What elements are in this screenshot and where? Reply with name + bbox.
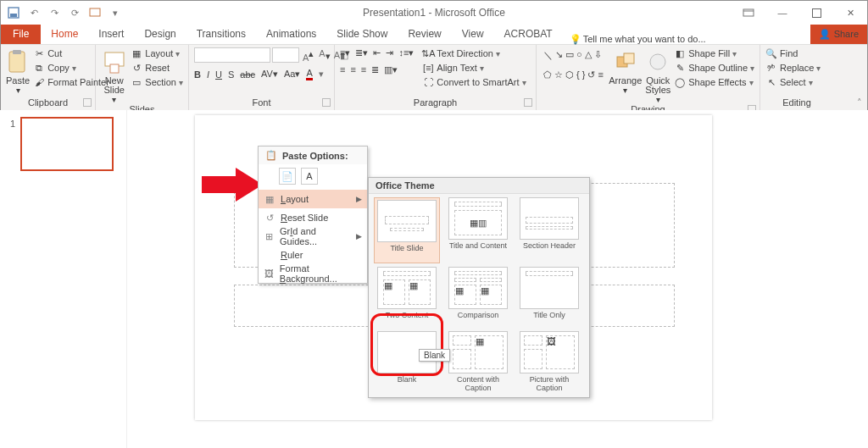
- case-icon[interactable]: Aa▾: [284, 69, 300, 80]
- layout-option-two[interactable]: ▦▦Two Content: [374, 267, 440, 328]
- layout-option-pwc[interactable]: 🖼Picture with Caption: [516, 331, 582, 392]
- underline-icon[interactable]: U: [215, 69, 222, 80]
- shape-fill-button[interactable]: ◧Shape Fill ▾: [674, 47, 754, 59]
- minimize-icon[interactable]: —: [765, 1, 799, 25]
- shapes-gallery[interactable]: ＼ ↘ ▭ ○ △ ⇩⬠☆⬡ { }↺≡: [542, 47, 605, 86]
- paste-text-icon[interactable]: A: [301, 168, 318, 185]
- spacing-icon[interactable]: AV▾: [261, 69, 278, 80]
- tab-slideshow[interactable]: Slide Show: [326, 24, 398, 44]
- font-color-icon[interactable]: A: [306, 68, 312, 80]
- tab-acrobat[interactable]: ACROBAT: [494, 24, 563, 44]
- new-slide-button[interactable]: New Slide ▾: [101, 47, 127, 104]
- italic-icon[interactable]: I: [207, 69, 209, 80]
- layout-option-shdr[interactable]: Section Header: [516, 197, 582, 263]
- justify-icon[interactable]: ≣: [371, 64, 379, 75]
- group-label-editing: Editing: [782, 97, 811, 108]
- layout-option-tonly[interactable]: Title Only: [516, 267, 582, 328]
- menu-reset-slide[interactable]: ↺ Reset Slide: [259, 208, 367, 227]
- menu-format-background[interactable]: 🖼 Format Background...: [259, 264, 367, 283]
- shape-effects-button[interactable]: ◯Shape Effects ▾: [674, 76, 754, 88]
- layout-option-tslide[interactable]: Title Slide: [374, 197, 440, 263]
- group-font: A▴ A▾ A◧ B I U S abc AV▾ Aa▾ A▾ Font: [189, 45, 335, 110]
- tab-animations[interactable]: Animations: [256, 24, 326, 44]
- text-direction-icon: ⇅A: [422, 47, 434, 59]
- touch-toggle-icon[interactable]: ▾: [109, 7, 121, 19]
- tell-me[interactable]: 💡Tell me what you want to do...: [570, 34, 706, 44]
- numbering-icon[interactable]: ≣▾: [355, 47, 368, 58]
- tab-home[interactable]: Home: [41, 24, 88, 44]
- grow-font-icon[interactable]: A▴: [301, 48, 315, 63]
- tab-file[interactable]: File: [1, 24, 41, 44]
- save-icon[interactable]: [8, 7, 19, 19]
- oval-shape-icon[interactable]: ○: [576, 49, 582, 67]
- bold-icon[interactable]: B: [194, 69, 201, 80]
- layout-option-tcontent[interactable]: ▦▥Title and Content: [445, 197, 511, 263]
- select-button[interactable]: ↖Select ▾: [765, 76, 821, 88]
- arrow-shape-icon[interactable]: ↘: [555, 49, 563, 67]
- menu-ruler[interactable]: Ruler: [259, 246, 367, 264]
- slide-panel[interactable]: 1: [0, 110, 127, 448]
- find-button[interactable]: 🔍Find: [765, 47, 821, 59]
- maximize-icon[interactable]: [799, 1, 833, 25]
- replace-button[interactable]: ᵃ⁄ᵇReplace ▾: [765, 62, 821, 74]
- lightbulb-icon: 💡: [570, 34, 580, 44]
- columns-icon[interactable]: ▥▾: [384, 64, 398, 75]
- layout-button[interactable]: ▦Layout ▾: [131, 47, 183, 59]
- line-spacing-icon[interactable]: ↕≡▾: [398, 47, 414, 58]
- increase-indent-icon[interactable]: ⇥: [386, 47, 393, 58]
- menu-layout[interactable]: ▦ Layout ▶: [259, 190, 367, 208]
- from-beginning-icon[interactable]: [89, 7, 101, 19]
- svg-rect-7: [13, 50, 21, 54]
- thumbnail-preview: [20, 117, 114, 171]
- paste-button[interactable]: Paste ▾: [6, 47, 30, 95]
- shape-outline-button[interactable]: ✎Shape Outline ▾: [674, 62, 754, 74]
- slide-thumbnail[interactable]: 1: [10, 117, 116, 171]
- layout-option-blank[interactable]: Blank: [374, 331, 440, 392]
- font-name-combo[interactable]: [194, 47, 270, 63]
- dialog-launcher-icon[interactable]: [322, 98, 331, 107]
- section-button[interactable]: ▭Section ▾: [131, 76, 183, 88]
- collapse-ribbon-icon[interactable]: ˄: [857, 97, 862, 108]
- scissors-icon: ✂: [33, 47, 45, 59]
- quick-styles-button[interactable]: Quick Styles ▾: [645, 47, 670, 104]
- submenu-arrow-icon: ▶: [356, 195, 362, 203]
- tab-view[interactable]: View: [452, 24, 494, 44]
- undo-icon[interactable]: ↶: [28, 7, 40, 19]
- shadow-icon[interactable]: S: [228, 69, 234, 80]
- ribbon-options-icon[interactable]: [732, 1, 765, 25]
- group-paragraph: ≡▾ ≣▾ ⇤ ⇥ ↕≡▾ ≡ ≡ ≡ ≣ ▥▾ ⇅AText Directio…: [335, 45, 537, 110]
- triangle-shape-icon[interactable]: △: [585, 49, 592, 67]
- tab-insert[interactable]: Insert: [88, 24, 134, 44]
- reset-button[interactable]: ↺Reset: [131, 62, 183, 74]
- shrink-font-icon[interactable]: A▾: [317, 48, 331, 62]
- layout-option-cmp[interactable]: ▦▦Comparison: [445, 267, 511, 328]
- strike-icon[interactable]: abc: [240, 69, 255, 80]
- repeat-icon[interactable]: ⟳: [69, 7, 81, 19]
- line-shape-icon[interactable]: ＼: [543, 49, 553, 67]
- align-left-icon[interactable]: ≡: [340, 64, 345, 75]
- window-controls: — ✕: [732, 1, 867, 25]
- redo-icon[interactable]: ↷: [48, 7, 60, 19]
- align-center-icon[interactable]: ≡: [350, 64, 355, 75]
- decrease-indent-icon[interactable]: ⇤: [373, 47, 381, 58]
- smartart-button[interactable]: ⛶Convert to SmartArt ▾: [422, 76, 526, 88]
- font-size-combo[interactable]: [272, 47, 299, 63]
- effects-icon: ◯: [674, 76, 686, 88]
- align-text-button[interactable]: [≡]Align Text ▾: [422, 62, 526, 74]
- dialog-launcher-icon[interactable]: [83, 98, 92, 107]
- tab-review[interactable]: Review: [398, 24, 451, 44]
- dialog-launcher-icon[interactable]: [524, 98, 532, 107]
- paste-keep-source-icon[interactable]: 📄: [279, 168, 296, 185]
- layout-option-cwc[interactable]: ▦Content with Caption: [445, 331, 511, 392]
- tab-transitions[interactable]: Transitions: [186, 24, 256, 44]
- align-right-icon[interactable]: ≡: [361, 64, 366, 75]
- tab-design[interactable]: Design: [134, 24, 186, 44]
- arrange-button[interactable]: Arrange ▾: [609, 47, 642, 95]
- text-direction-button[interactable]: ⇅AText Direction ▾: [422, 47, 526, 59]
- rect-shape-icon[interactable]: ▭: [565, 49, 574, 67]
- menu-grid-guides[interactable]: ⊞ GrId and Guides... ▶: [259, 227, 367, 246]
- share-button[interactable]: 👤Share: [810, 24, 867, 44]
- close-icon[interactable]: ✕: [833, 1, 867, 25]
- bullets-icon[interactable]: ≡▾: [340, 47, 350, 58]
- group-clipboard: Paste ▾ ✂Cut ⧉Copy ▾ 🖌Format Painter Cli…: [1, 45, 96, 110]
